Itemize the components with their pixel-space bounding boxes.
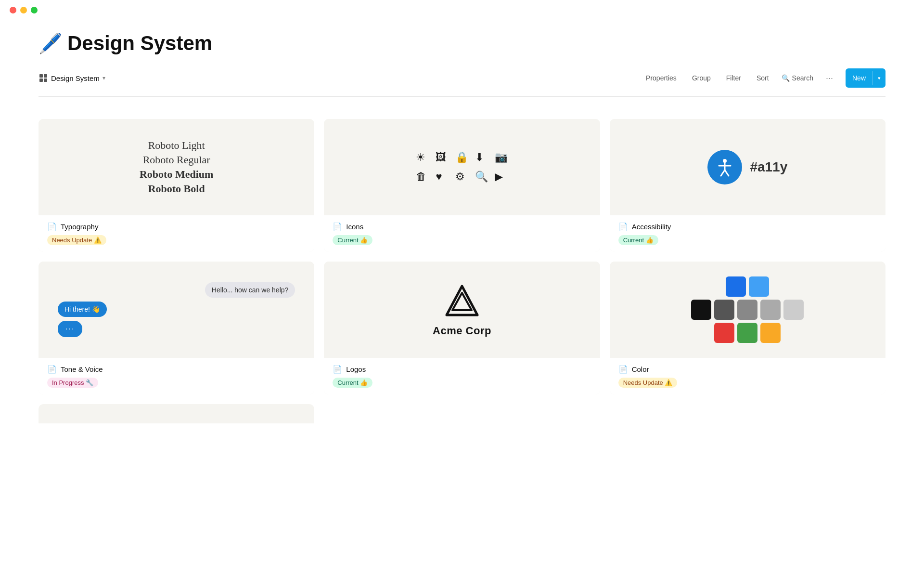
card-footer-tone-voice: 📄 Tone & Voice In Progress 🔧 <box>38 358 314 394</box>
card-typography[interactable]: Roboto Light Roboto Regular Roboto Mediu… <box>38 119 314 252</box>
icon-symbol: ⬇ <box>475 151 488 164</box>
toolbar-left: Design System ▾ <box>38 73 105 83</box>
status-badge: Needs Update ⚠️ <box>47 235 106 245</box>
search-button[interactable]: 🔍 Search <box>782 74 813 82</box>
color-swatch-verylightgray <box>783 300 804 320</box>
document-icon: 📄 <box>47 365 57 374</box>
document-icon: 📄 <box>618 365 628 374</box>
card-tone-voice[interactable]: Hello... how can we help? Hi there! 👋 ··… <box>38 262 314 394</box>
icons-preview: ☀🖼🔒⬇📷🗑♥⚙🔍▶ <box>416 151 508 183</box>
partial-card <box>38 404 314 423</box>
card-title-row: 📄 Logos <box>333 365 591 374</box>
color-swatch-lightblue <box>749 276 769 297</box>
icon-symbol: 🖼 <box>436 151 449 164</box>
traffic-light-minimize[interactable] <box>20 7 27 13</box>
card-color[interactable]: 📄 Color Needs Update ⚠️ <box>610 262 886 394</box>
card-title-row: 📄 Icons <box>333 222 591 231</box>
card-preview-tone-voice: Hello... how can we help? Hi there! 👋 ··… <box>38 262 314 358</box>
status-badge: Current 👍 <box>333 378 372 388</box>
more-options-button[interactable]: ··· <box>823 72 836 84</box>
card-footer-logos: 📄 Logos Current 👍 <box>324 358 600 394</box>
card-title: Logos <box>346 365 366 373</box>
color-swatch-gray <box>737 300 757 320</box>
document-icon: 📄 <box>333 365 342 374</box>
card-title-row: 📄 Tone & Voice <box>47 365 306 374</box>
chat-preview: Hello... how can we help? Hi there! 👋 ··… <box>48 282 305 337</box>
status-badge: Current 👍 <box>618 235 658 245</box>
chat-typing-indicator: ··· <box>58 321 82 337</box>
title-bar <box>0 0 924 20</box>
color-swatch-black <box>691 300 711 320</box>
page-header: 🖊️ Design System Design System ▾ Propert… <box>0 20 924 105</box>
search-icon: 🔍 <box>782 74 790 82</box>
document-icon: 📄 <box>333 222 342 231</box>
new-button-label: New <box>846 74 873 82</box>
card-preview-accessibility: #a11y <box>610 119 886 215</box>
acme-logo-icon <box>443 282 481 321</box>
icon-symbol: ⚙ <box>455 171 468 183</box>
typography-preview: Roboto Light Roboto Regular Roboto Mediu… <box>140 139 213 195</box>
sort-button[interactable]: Sort <box>754 72 772 84</box>
accessibility-preview: #a11y <box>707 150 787 184</box>
logo-company-name: Acme Corp <box>433 325 491 337</box>
card-title: Color <box>632 365 649 373</box>
icon-symbol: 🔒 <box>455 151 468 164</box>
color-swatch-darkgray <box>714 300 734 320</box>
card-title-row: 📄 Color <box>618 365 877 374</box>
toolbar-chevron-icon[interactable]: ▾ <box>103 75 105 81</box>
color-swatch-lightgray <box>760 300 781 320</box>
card-title-row: 📄 Accessibility <box>618 222 877 231</box>
svg-line-7 <box>721 170 725 176</box>
color-swatch-blue <box>726 276 746 297</box>
color-swatch-yellow <box>760 323 781 343</box>
card-preview-color <box>610 262 886 358</box>
traffic-light-fullscreen[interactable] <box>31 7 38 13</box>
page-title-emoji: 🖊️ <box>38 32 63 55</box>
toolbar: Design System ▾ Properties Group Filter … <box>38 68 886 97</box>
color-preview <box>691 276 804 343</box>
document-icon: 📄 <box>47 222 57 231</box>
card-footer-icons: 📄 Icons Current 👍 <box>324 215 600 252</box>
logo-preview: Acme Corp <box>433 282 491 337</box>
a11y-label: #a11y <box>750 159 787 175</box>
traffic-lights <box>10 7 38 13</box>
card-icons[interactable]: ☀🖼🔒⬇📷🗑♥⚙🔍▶ 📄 Icons Current 👍 <box>324 119 600 252</box>
chat-bubble-incoming: Hello... how can we help? <box>205 282 295 298</box>
search-label: Search <box>792 74 813 82</box>
card-preview-icons: ☀🖼🔒⬇📷🗑♥⚙🔍▶ <box>324 119 600 215</box>
toolbar-right: Properties Group Filter Sort 🔍 Search ··… <box>643 68 886 88</box>
toolbar-db-title[interactable]: Design System <box>51 74 100 82</box>
status-badge: In Progress 🔧 <box>47 378 98 388</box>
page-title: Design System <box>67 32 212 55</box>
card-preview-typography: Roboto Light Roboto Regular Roboto Mediu… <box>38 119 314 215</box>
database-icon <box>38 73 48 83</box>
svg-rect-0 <box>39 74 43 78</box>
filter-button[interactable]: Filter <box>723 72 744 84</box>
new-btn-arrow-icon[interactable]: ▾ <box>873 75 886 81</box>
card-title-row: 📄 Typography <box>47 222 306 231</box>
a11y-circle <box>707 150 742 184</box>
icon-symbol: 📷 <box>495 151 508 164</box>
group-button[interactable]: Group <box>689 72 714 84</box>
card-title: Icons <box>346 223 363 231</box>
chat-bubble-outgoing: Hi there! 👋 <box>58 302 107 317</box>
new-button[interactable]: New ▾ <box>846 68 886 88</box>
icon-symbol: 🗑 <box>416 171 429 183</box>
svg-rect-3 <box>44 79 47 82</box>
icon-symbol: ♥ <box>436 171 449 183</box>
card-footer-color: 📄 Color Needs Update ⚠️ <box>610 358 886 394</box>
cards-grid: Roboto Light Roboto Regular Roboto Mediu… <box>0 105 924 438</box>
svg-line-8 <box>725 170 729 176</box>
card-accessibility[interactable]: #a11y 📄 Accessibility Current 👍 <box>610 119 886 252</box>
card-logos[interactable]: Acme Corp 📄 Logos Current 👍 <box>324 262 600 394</box>
card-title: Accessibility <box>632 223 671 231</box>
icon-symbol: ▶ <box>495 171 508 183</box>
traffic-light-close[interactable] <box>10 7 16 13</box>
card-preview-logos: Acme Corp <box>324 262 600 358</box>
svg-rect-2 <box>39 79 43 82</box>
properties-button[interactable]: Properties <box>643 72 680 84</box>
color-swatch-green <box>737 323 757 343</box>
icon-symbol: ☀ <box>416 151 429 164</box>
document-icon: 📄 <box>618 222 628 231</box>
card-footer-accessibility: 📄 Accessibility Current 👍 <box>610 215 886 252</box>
